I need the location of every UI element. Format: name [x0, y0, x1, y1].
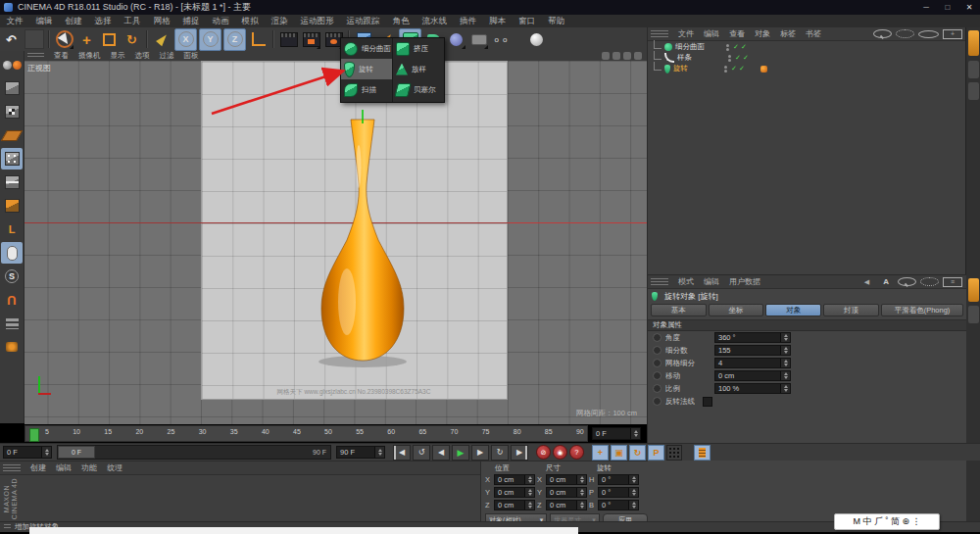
timeline-frame-field[interactable]: 0 F	[592, 427, 641, 440]
texture-mode-button[interactable]	[1, 101, 23, 122]
render-view-button[interactable]	[278, 29, 299, 50]
layout-tab[interactable]	[968, 82, 979, 100]
loop-button[interactable]: ↻	[491, 445, 509, 461]
active-layout-tab[interactable]	[968, 278, 979, 302]
key-points-toggle[interactable]	[666, 445, 682, 461]
spinner[interactable]	[41, 447, 51, 458]
material-tag[interactable]	[760, 66, 767, 73]
close-button[interactable]: ✕	[958, 3, 980, 12]
om-menu-item[interactable]: 查看	[724, 28, 750, 39]
record-button[interactable]: ⊘	[536, 445, 551, 460]
lock-z-button[interactable]: Z	[223, 28, 246, 51]
object-row[interactable]: 旋转 ✓ ✓	[648, 64, 966, 73]
attribute-tab[interactable]: 封顶	[823, 304, 879, 316]
menu-item[interactable]: 角色	[386, 16, 416, 27]
rotate-tool-button[interactable]: ↻	[122, 29, 142, 50]
spinner[interactable]	[576, 475, 586, 484]
workplane-mode-button[interactable]	[1, 124, 23, 146]
attribute-tab[interactable]: 基本	[651, 304, 707, 316]
spinner[interactable]	[780, 359, 790, 367]
object-name[interactable]: 旋转	[673, 64, 724, 73]
viewport-menu-item[interactable]: 过滤	[155, 51, 179, 61]
coordinate-input[interactable]: 0 cm	[546, 487, 587, 498]
last-tool-button[interactable]	[152, 29, 172, 50]
menu-item[interactable]: 捕捉	[176, 16, 206, 27]
enabled-check-icon[interactable]: ✓	[743, 54, 749, 62]
range-end-field[interactable]: 90 F	[336, 446, 385, 459]
menu-item[interactable]: 选择	[88, 16, 118, 27]
eye-icon[interactable]	[918, 30, 939, 38]
keyframe-dot-icon[interactable]	[653, 359, 662, 367]
enabled-check-icon[interactable]: ✓	[739, 65, 745, 73]
key-rotation-toggle[interactable]: ↻	[629, 445, 646, 461]
maximize-button[interactable]: □	[937, 3, 958, 12]
search-icon[interactable]	[898, 277, 916, 286]
timeline-playhead[interactable]	[29, 428, 39, 442]
coordinate-input[interactable]: 0 °	[598, 500, 639, 510]
keyframe-dot-icon[interactable]	[653, 384, 662, 393]
om-menu-item[interactable]: 标签	[775, 28, 801, 39]
key-scale-toggle[interactable]: ▣	[611, 445, 627, 461]
enabled-check-icon[interactable]: ✓	[733, 43, 739, 51]
menu-item[interactable]: 动画	[206, 16, 235, 27]
add-environment-button[interactable]	[446, 29, 466, 50]
field-input[interactable]: 0 cm	[714, 370, 791, 381]
viewport-menu-item[interactable]: 摄像机	[74, 51, 106, 61]
pan-view-icon[interactable]	[602, 52, 610, 60]
menu-item[interactable]: 运动跟踪	[340, 16, 386, 27]
attribute-tab[interactable]: 平滑着色(Phong)	[881, 304, 963, 316]
key-position-toggle[interactable]: +	[592, 445, 609, 461]
field-input[interactable]: 360 °	[714, 332, 791, 343]
spinner[interactable]	[374, 447, 384, 458]
add-camera-button[interactable]	[468, 29, 489, 50]
viewport-solo-button[interactable]	[1, 242, 23, 264]
menu-item[interactable]: 运动图形	[294, 16, 340, 27]
rotate-view-icon[interactable]	[623, 52, 631, 60]
menu-item[interactable]: 创建	[59, 16, 88, 27]
axis-mode-button[interactable]: L	[1, 218, 23, 240]
menu-item[interactable]: 插件	[454, 16, 483, 27]
keyframe-selection-button[interactable]: ?	[569, 445, 584, 460]
minimize-button[interactable]: ─	[915, 3, 937, 12]
move-tool-button[interactable]: +	[76, 29, 97, 50]
lock-x-button[interactable]: X	[174, 28, 197, 51]
redo-button[interactable]	[24, 29, 44, 50]
current-frame-field[interactable]: 0 F	[3, 446, 52, 459]
lock-icon[interactable]	[920, 277, 939, 286]
viewport-menu-item[interactable]: 查看	[49, 51, 74, 61]
object-name[interactable]: 样条	[677, 53, 728, 63]
layout-tab[interactable]	[968, 61, 979, 78]
generator-menu-item[interactable]: 贝塞尔	[393, 79, 444, 100]
play-button[interactable]: ▶	[452, 445, 469, 461]
material-menu-item[interactable]: 功能	[76, 462, 102, 473]
scrubber-handle[interactable]: 0 F	[58, 446, 95, 459]
menu-item[interactable]: 渲染	[265, 16, 294, 27]
material-menu-item[interactable]: 创建	[25, 462, 51, 473]
viewport-menu-item[interactable]: 选项	[130, 51, 155, 61]
coordinate-input[interactable]: 0 cm	[494, 474, 535, 485]
menu-item[interactable]: 工具	[118, 16, 147, 27]
coordinate-input[interactable]: 0 cm	[494, 500, 535, 510]
menu-item[interactable]: 文件	[0, 16, 29, 27]
object-row[interactable]: 样条 ✓ ✓	[648, 53, 966, 63]
object-row[interactable]: 细分曲面 ✓ ✓	[648, 42, 966, 52]
edges-mode-button[interactable]	[1, 171, 23, 193]
menu-item[interactable]: 网格	[147, 16, 176, 27]
material-menu-item[interactable]: 编辑	[51, 462, 76, 473]
goto-start-button[interactable]: ◀	[393, 445, 411, 461]
coordinate-input[interactable]: 0 °	[598, 487, 639, 498]
spinner[interactable]	[780, 384, 790, 393]
render-region-button[interactable]	[301, 29, 321, 50]
generator-menu-item[interactable]: 放样	[393, 59, 444, 79]
spinner[interactable]	[780, 371, 790, 380]
om-menu-item[interactable]: 文件	[673, 28, 699, 39]
coordinate-input[interactable]: 0 cm	[546, 500, 587, 510]
spinner[interactable]	[628, 488, 638, 497]
viewport-menu-item[interactable]: 显示	[106, 51, 130, 61]
generator-menu-item[interactable]: 细分曲面	[341, 38, 392, 59]
lathe-vase-object[interactable]	[314, 108, 412, 372]
add-icon[interactable]: +	[943, 29, 962, 39]
menu-item[interactable]: 模拟	[235, 16, 265, 27]
step-forward-button[interactable]: ▶	[471, 445, 489, 461]
visibility-dots[interactable]	[724, 66, 727, 73]
